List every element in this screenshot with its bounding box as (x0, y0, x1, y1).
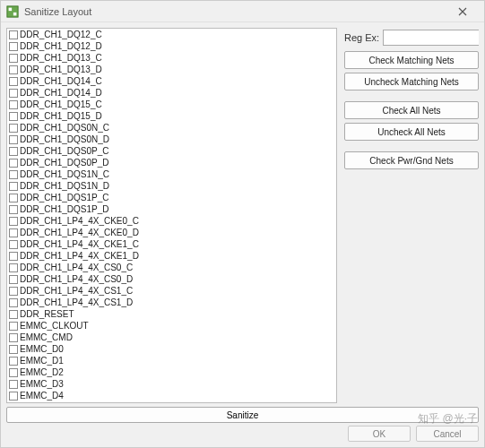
net-list-item[interactable]: EMMC_D0 (7, 343, 336, 355)
net-checkbox[interactable] (9, 345, 18, 354)
net-label: DDR_CH1_LP4_4X_CKE0_C (20, 215, 139, 227)
net-checkbox[interactable] (9, 100, 18, 109)
net-checkbox[interactable] (9, 287, 18, 296)
net-checkbox[interactable] (9, 275, 18, 284)
net-label: DDR_CH1_LP4_4X_CKE1_C (20, 238, 139, 250)
sanitize-button[interactable]: Sanitize (6, 407, 479, 423)
net-list-item[interactable]: DDR_CH1_LP4_4X_CS0_C (7, 262, 336, 273)
net-list-item[interactable]: DDR_CH1_DQS1N_D (7, 180, 336, 192)
net-checkbox[interactable] (9, 403, 18, 404)
regex-row: Reg Ex: (344, 30, 479, 46)
net-label: DDR_CH1_DQ13_D (20, 64, 102, 75)
net-checkbox[interactable] (9, 392, 18, 401)
regex-label: Reg Ex: (344, 32, 379, 43)
close-button[interactable] (446, 3, 479, 21)
net-checkbox[interactable] (9, 333, 18, 342)
net-checkbox[interactable] (9, 205, 18, 214)
net-list-item[interactable]: EMMC_D5 (7, 401, 336, 403)
net-checkbox[interactable] (9, 194, 18, 202)
check-pwr-gnd-button[interactable]: Check Pwr/Gnd Nets (344, 151, 479, 169)
net-list-item[interactable]: EMMC_D1 (7, 355, 336, 366)
net-checkbox[interactable] (9, 298, 18, 307)
net-list-item[interactable]: DDR_CH1_DQS0N_D (7, 134, 336, 145)
net-checkbox[interactable] (9, 77, 18, 86)
ok-button[interactable]: OK (348, 426, 411, 442)
net-label: DDR_CH1_DQS0P_D (20, 157, 108, 168)
net-checkbox[interactable] (9, 147, 18, 156)
net-list-item[interactable]: EMMC_D3 (7, 378, 336, 390)
net-checkbox[interactable] (9, 368, 18, 377)
net-list-item[interactable]: DDR_CH1_DQ12_C (7, 29, 336, 40)
net-list-item[interactable]: EMMC_CMD (7, 332, 336, 343)
net-checkbox[interactable] (9, 252, 18, 261)
bottom-area: Sanitize OK Cancel (6, 407, 479, 442)
net-list-item[interactable]: DDR_CH1_DQ12_D (7, 40, 336, 52)
net-list-item[interactable]: EMMC_D2 (7, 366, 336, 378)
cancel-button[interactable]: Cancel (416, 426, 479, 442)
net-list-item[interactable]: DDR_CH1_LP4_4X_CS1_D (7, 297, 336, 308)
net-checkbox[interactable] (9, 228, 18, 237)
net-label: EMMC_D2 (20, 366, 64, 378)
net-checkbox[interactable] (9, 322, 18, 331)
net-list-item[interactable]: EMMC_CLKOUT (7, 320, 336, 332)
net-checkbox[interactable] (9, 217, 18, 226)
net-list-item[interactable]: DDR_CH1_DQS1N_C (7, 168, 336, 180)
net-list-item[interactable]: DDR_CH1_DQ14_C (7, 75, 336, 87)
net-list-item[interactable]: EMMC_D4 (7, 390, 336, 401)
uncheck-all-button[interactable]: Uncheck All Nets (344, 123, 479, 141)
net-list-item[interactable]: DDR_CH1_LP4_4X_CKE0_D (7, 227, 336, 238)
net-label: DDR_CH1_DQ14_D (20, 87, 102, 99)
check-all-button[interactable]: Check All Nets (344, 101, 479, 119)
net-label: DDR_CH1_DQS1N_C (20, 168, 109, 180)
net-list-item[interactable]: DDR_CH1_DQ13_C (7, 52, 336, 64)
net-list-item[interactable]: DDR_CH1_DQS0N_C (7, 122, 336, 134)
net-checkbox[interactable] (9, 135, 18, 144)
net-list-item[interactable]: DDR_CH1_LP4_4X_CS1_C (7, 285, 336, 297)
net-list-item[interactable]: DDR_CH1_DQS0P_D (7, 157, 336, 168)
net-list-item[interactable]: DDR_RESET (7, 308, 336, 320)
net-label: DDR_CH1_LP4_4X_CS0_C (20, 262, 133, 273)
nets-listbox[interactable]: DDR_CH1_DQ12_CDDR_CH1_DQ12_DDDR_CH1_DQ13… (6, 28, 337, 403)
net-label: DDR_CH1_DQ15_D (20, 110, 102, 122)
net-checkbox[interactable] (9, 54, 18, 63)
uncheck-matching-button[interactable]: Uncheck Matching Nets (344, 73, 479, 90)
net-list-item[interactable]: DDR_CH1_DQ14_D (7, 87, 336, 99)
app-icon (6, 5, 19, 18)
dialog-body: DDR_CH1_DQ12_CDDR_CH1_DQ12_DDDR_CH1_DQ13… (1, 22, 484, 447)
net-checkbox[interactable] (9, 112, 18, 121)
net-list-item[interactable]: DDR_CH1_DQS1P_C (7, 192, 336, 203)
net-checkbox[interactable] (9, 380, 18, 389)
net-list-item[interactable]: DDR_CH1_LP4_4X_CKE1_D (7, 250, 336, 262)
check-matching-button[interactable]: Check Matching Nets (344, 51, 479, 69)
net-label: DDR_CH1_DQS1N_D (20, 180, 109, 192)
net-list-item[interactable]: DDR_CH1_DQS1P_D (7, 203, 336, 215)
net-checkbox[interactable] (9, 89, 18, 98)
net-checkbox[interactable] (9, 124, 18, 133)
net-checkbox[interactable] (9, 42, 18, 51)
net-checkbox[interactable] (9, 263, 18, 272)
svg-rect-2 (13, 12, 17, 15)
net-list-item[interactable]: DDR_CH1_DQ13_D (7, 64, 336, 75)
net-list-item[interactable]: DDR_CH1_LP4_4X_CKE1_C (7, 238, 336, 250)
net-checkbox[interactable] (9, 159, 18, 168)
net-checkbox[interactable] (9, 310, 18, 319)
net-checkbox[interactable] (9, 65, 18, 74)
regex-input[interactable] (383, 30, 479, 46)
net-list-item[interactable]: DDR_CH1_DQS0P_C (7, 145, 336, 157)
net-label: DDR_CH1_DQ12_C (20, 29, 102, 40)
net-checkbox[interactable] (9, 170, 18, 179)
net-label: DDR_CH1_DQ14_C (20, 75, 102, 87)
net-checkbox[interactable] (9, 182, 18, 191)
net-list-item[interactable]: DDR_CH1_LP4_4X_CS0_D (7, 273, 336, 285)
net-list-item[interactable]: DDR_CH1_DQ15_D (7, 110, 336, 122)
net-label: EMMC_D4 (20, 390, 64, 401)
net-checkbox[interactable] (9, 240, 18, 249)
net-label: DDR_CH1_LP4_4X_CKE0_D (20, 227, 139, 238)
net-list-item[interactable]: DDR_CH1_LP4_4X_CKE0_C (7, 215, 336, 227)
net-label: DDR_CH1_LP4_4X_CS1_D (20, 297, 133, 308)
net-label: EMMC_D1 (20, 355, 64, 366)
net-list-item[interactable]: DDR_CH1_DQ15_C (7, 99, 336, 110)
net-checkbox[interactable] (9, 357, 18, 366)
net-label: DDR_CH1_DQS0N_C (20, 122, 109, 134)
net-checkbox[interactable] (9, 30, 18, 39)
